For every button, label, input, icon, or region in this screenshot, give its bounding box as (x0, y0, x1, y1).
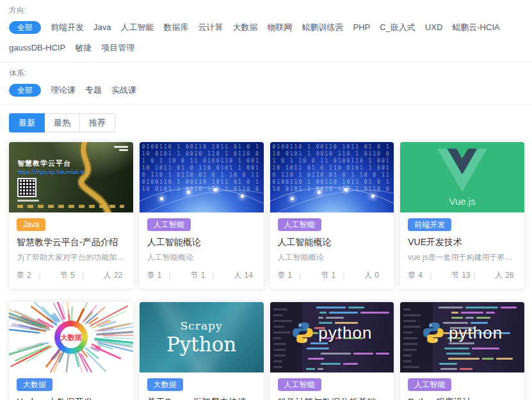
course-title[interactable]: Hadoop大数据开发 (17, 397, 125, 400)
direction-filter-item[interactable]: 项目管理 (101, 42, 134, 54)
chapter-count: 章1 (278, 270, 300, 281)
course-card[interactable]: 0100110 1 00110 1011 01 0 110 0101 1 001… (140, 142, 264, 289)
course-stats: 章1 | 节1 | 人14 (147, 270, 256, 281)
course-thumbnail[interactable]: 智慧教学云平台 https://zhjxy.kp.futurelab.tv (9, 142, 133, 212)
system-filter-label: 体系: (9, 68, 523, 79)
direction-filter-item[interactable]: 鲲鹏云-HCIA (452, 21, 499, 34)
course-card-body: 大数据 基于Scrapy框架爬虫快速开发(... 本课程讲解了基于Scrapy框… (140, 372, 264, 400)
people-count: 人22 (104, 270, 125, 281)
direction-filter-item[interactable]: Java (93, 21, 111, 34)
direction-filter-item[interactable]: PHP (353, 21, 370, 34)
course-thumbnail[interactable]: python (400, 302, 524, 372)
course-card[interactable]: Vue.js 前端开发 VUE开发技术 vue.js是一套用于构建用于界面的..… (400, 142, 524, 289)
vue-wordmark: Vue.js (449, 196, 476, 207)
course-tag: 前端开发 (408, 218, 451, 231)
vue-logo-icon (437, 148, 487, 192)
stat-divider: | (169, 271, 191, 280)
course-card-body: 前端开发 VUE开发技术 vue.js是一套用于构建用于界面的... 章4 | … (400, 212, 524, 289)
direction-filter-item[interactable]: 鲲鹏训练营 (302, 21, 343, 34)
node-dot (214, 188, 217, 191)
river-illustration (9, 142, 133, 212)
thumb-caption-bar (17, 200, 39, 202)
direction-filter-item[interactable]: 前端开发 (51, 21, 84, 34)
globe-arcs-decor (270, 142, 394, 212)
sort-tab-group: 最新 最热 推荐 (9, 113, 115, 132)
course-card[interactable]: python 人工智能 科学计算与数据分析基础(Pyth... 本课程介绍Num… (270, 302, 394, 400)
system-filter-item[interactable]: 专题 (85, 84, 102, 97)
course-title[interactable]: 科学计算与数据分析基础(Pyth... (278, 397, 387, 400)
course-thumbnail[interactable]: Vue.js (400, 142, 524, 212)
course-tag: 人工智能 (278, 378, 321, 391)
course-tag: 人工智能 (278, 218, 321, 231)
direction-filter-item[interactable]: 云计算 (198, 21, 223, 34)
people-count: 人0 (364, 270, 386, 281)
course-card-body: 大数据 Hadoop大数据开发 Hadoop大数据开发介绍 章8 | 节34 |… (9, 372, 133, 400)
course-title[interactable]: 人工智能概论 (147, 237, 256, 248)
course-card[interactable]: 智慧教学云平台 https://zhjxy.kp.futurelab.tv Ja… (9, 142, 133, 289)
course-thumbnail[interactable]: 大数据 (9, 302, 133, 372)
course-title[interactable]: Python程序设计 (408, 397, 517, 400)
node-dot (371, 195, 375, 198)
node-dot (187, 191, 190, 194)
globe-arcs-decor (140, 142, 264, 212)
sort-tab-hottest[interactable]: 最热 (44, 113, 80, 132)
course-card-body: 人工智能 人工智能概论 人工智能概论 章1 | 节1 | 人0 (270, 212, 394, 289)
direction-filter-item[interactable]: 数据库 (163, 21, 188, 34)
system-filter-item-all[interactable]: 全部 (9, 84, 41, 97)
course-card[interactable]: python 人工智能 Python程序设计 全面掌握Python编程语言的基本… (400, 302, 524, 400)
direction-filter-section: 方向: 全部 前端开发 Java 人工智能 数据库 云计算 大数据 物联网 鲲鹏… (0, 0, 532, 63)
section-count: 节1 (321, 270, 343, 281)
direction-filter-item[interactable]: C_嵌入式 (380, 21, 415, 34)
course-thumbnail[interactable]: python (270, 302, 394, 372)
course-stats: 章4 | 节13 | 人26 (408, 270, 517, 281)
course-card[interactable]: 大数据 大数据 Hadoop大数据开发 Hadoop大数据开发介绍 章8 | 节… (9, 302, 133, 400)
stat-divider: | (38, 271, 60, 280)
system-filter-row: 全部 理论课 专题 实战课 (9, 84, 523, 97)
course-desc: 为了帮助大家对平台的功能加深理... (17, 252, 125, 263)
thumb-platform-title: 智慧教学云平台 (17, 159, 71, 168)
course-tag: 大数据 (147, 378, 183, 391)
people-count: 人26 (495, 270, 517, 281)
course-catalog-page: 方向: 全部 前端开发 Java 人工智能 数据库 云计算 大数据 物联网 鲲鹏… (0, 0, 532, 400)
node-dot (344, 188, 348, 191)
sort-tab-recommended[interactable]: 推荐 (79, 113, 115, 132)
direction-filter-label: 方向: (9, 5, 523, 16)
course-card-body: 人工智能 人工智能概论 人工智能概论 章1 | 节1 | 人14 (140, 212, 264, 289)
course-thumbnail[interactable]: 0100110 1 00110 1011 01 0 110 0101 1 001… (140, 142, 264, 212)
course-card-body: 人工智能 科学计算与数据分析基础(Pyth... 本课程介绍NumPy入门和数据… (270, 372, 394, 400)
system-filter-item[interactable]: 理论课 (51, 84, 76, 97)
course-card[interactable]: 0100110 1 00110 1011 01 0 110 0101 1 001… (270, 142, 394, 289)
course-title[interactable]: 基于Scrapy框架爬虫快速开发(... (147, 397, 256, 400)
course-desc: vue.js是一套用于构建用于界面的... (408, 252, 517, 263)
direction-filter-item[interactable]: 大数据 (232, 21, 257, 34)
direction-filter-item[interactable]: UXD (425, 21, 442, 34)
course-stats: 章2 | 节5 | 人22 (17, 270, 125, 281)
course-title[interactable]: 智慧教学云平台-产品介绍 (17, 237, 125, 248)
course-title[interactable]: VUE开发技术 (408, 237, 517, 248)
course-tag: 人工智能 (408, 378, 451, 391)
thumb-corner-logo (114, 146, 128, 152)
python-logo-icon (291, 321, 314, 344)
qr-code (17, 178, 36, 197)
direction-filter-item[interactable]: gaussDB-HCIP (9, 42, 65, 54)
stat-divider: | (213, 271, 234, 280)
course-card[interactable]: Scrapy Python 大数据 基于Scrapy框架爬虫快速开发(... 本… (140, 302, 264, 400)
course-desc: 人工智能概论 (278, 252, 387, 263)
direction-filter-item[interactable]: 敏捷 (75, 42, 92, 54)
course-tag: 人工智能 (147, 218, 191, 231)
direction-filter-item[interactable]: 人工智能 (120, 21, 154, 34)
course-card-body: Java 智慧教学云平台-产品介绍 为了帮助大家对平台的功能加深理... 章2 … (9, 212, 133, 289)
direction-filter-item[interactable]: 物联网 (267, 21, 292, 34)
direction-filter-item-all[interactable]: 全部 (9, 21, 41, 34)
stat-divider: | (343, 271, 364, 280)
course-title[interactable]: 人工智能概论 (278, 237, 387, 248)
system-filter-item[interactable]: 实战课 (111, 84, 136, 97)
sort-tab-newest[interactable]: 最新 (9, 113, 45, 132)
python-brand: python (422, 321, 503, 344)
python-wordmark: Python (166, 333, 236, 356)
course-thumbnail[interactable]: 0100110 1 00110 1011 01 0 110 0101 1 001… (270, 142, 394, 212)
course-thumbnail[interactable]: Scrapy Python (140, 302, 264, 372)
node-dot (160, 197, 163, 200)
people-count: 人14 (234, 270, 256, 281)
chapter-count: 章4 (408, 270, 430, 281)
